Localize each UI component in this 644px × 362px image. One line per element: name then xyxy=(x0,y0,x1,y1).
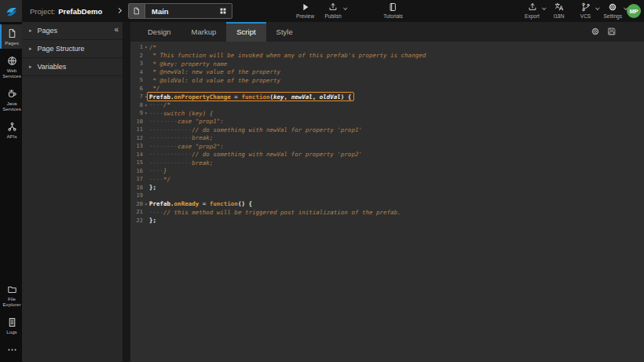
tab-style[interactable]: Style xyxy=(266,22,303,42)
gear-icon[interactable] xyxy=(591,27,600,36)
topbar-button-preview[interactable]: Preview xyxy=(296,2,314,19)
page-selector[interactable]: Main xyxy=(128,3,232,19)
code-line-18[interactable]: 18}; xyxy=(130,184,644,192)
topbar-button-vcs[interactable]: VCS xyxy=(577,2,595,19)
app-logo[interactable] xyxy=(0,0,22,22)
code-line-6[interactable]: 6 */ xyxy=(130,85,644,93)
code-line-16[interactable]: 16····} xyxy=(130,167,644,176)
code-line-9[interactable]: 9▾····switch (key) { xyxy=(130,109,644,118)
line-number: 1 xyxy=(130,44,143,50)
main-area: DesignMarkupScriptStyle 1▾/*2 * This fun… xyxy=(130,22,644,362)
code-token: switch (key) { xyxy=(163,110,213,117)
topbar-button-settings[interactable]: Settings xyxy=(604,2,623,19)
line-number: 2 xyxy=(130,53,143,59)
code-token: newVal xyxy=(291,93,313,101)
code-line-text: ········case "prop2": xyxy=(149,143,224,150)
chevron-down-icon xyxy=(595,5,599,9)
user-avatar[interactable]: MP xyxy=(627,4,641,18)
code-line-text: Prefab.onPropertyChange = function(key, … xyxy=(149,93,351,101)
tab-script[interactable]: Script xyxy=(226,22,265,42)
code-line-20[interactable]: 20▾Prefab.onReady = function() { xyxy=(130,200,644,209)
code-line-4[interactable]: 4 * @newVal: new value of the property xyxy=(130,68,644,77)
code-line-15[interactable]: 15············break; xyxy=(130,159,644,167)
code-line-text: ····*/ xyxy=(149,176,170,183)
globe-icon xyxy=(7,56,17,66)
tab-design[interactable]: Design xyxy=(137,22,181,42)
grid-icon xyxy=(219,7,227,15)
line-number: 5 xyxy=(130,77,143,83)
fold-toggle-icon[interactable]: ▾ xyxy=(143,200,149,209)
line-number: 22 xyxy=(130,218,143,224)
code-line-2[interactable]: 2 * This function will be invoked when a… xyxy=(130,52,644,60)
sidebar-section-page-structure[interactable]: ▸Page Structure xyxy=(22,40,123,58)
collapse-panel-button[interactable]: « xyxy=(114,25,119,34)
save-icon[interactable] xyxy=(607,27,617,36)
code-line-14[interactable]: 14············// do something with newVa… xyxy=(130,151,644,159)
line-number: 19 xyxy=(130,192,143,199)
line-number: 14 xyxy=(130,152,143,158)
code-line-5[interactable]: 5 * @oldVal: old value of the property xyxy=(130,76,644,85)
fold-toggle-icon[interactable]: ▾ xyxy=(143,101,149,110)
fold-toggle-icon[interactable]: ▾ xyxy=(143,93,149,101)
sidebar-section-variables[interactable]: ▸Variables xyxy=(22,58,123,76)
code-token: // do something with newVal for property… xyxy=(192,151,362,158)
rail-item-label: Logs xyxy=(6,329,16,335)
code-line-text: ············break; xyxy=(149,134,213,141)
code-token: ············ xyxy=(149,134,192,141)
line-number: 12 xyxy=(130,135,143,141)
code-line-3[interactable]: 3 * @key: property name xyxy=(130,60,644,68)
line-number: 7 xyxy=(130,93,143,100)
code-line-13[interactable]: 13········case "prop2": xyxy=(130,142,644,151)
line-number: 15 xyxy=(130,159,143,166)
code-line-21[interactable]: 21····// this method will be triggered p… xyxy=(130,208,644,217)
sidebar-section-label: Pages xyxy=(38,27,58,35)
sidebar-section-pages[interactable]: ▸Pages« xyxy=(22,22,123,40)
code-line-12[interactable]: 12············break; xyxy=(130,134,644,143)
code-line-1[interactable]: 1▾/* xyxy=(130,43,644,52)
code-editor[interactable]: 1▾/*2 * This function will be invoked wh… xyxy=(130,42,644,362)
line-number: 6 xyxy=(130,86,143,92)
topbar-button-publish[interactable]: Publish xyxy=(324,2,342,19)
project-label: Project: xyxy=(30,7,55,16)
code-line-11[interactable]: 11············// do something with newVa… xyxy=(130,126,644,134)
code-line-8[interactable]: 8▾····/* xyxy=(130,101,644,110)
code-token: onPropertyChange xyxy=(174,93,231,101)
topbar-button-tutorials[interactable]: Tutorials xyxy=(383,2,403,19)
code-token: () { xyxy=(238,200,252,207)
code-token: ············ xyxy=(149,151,192,158)
code-line-7[interactable]: 7▾Prefab.onPropertyChange = function(key… xyxy=(130,93,644,101)
fold-toggle-icon[interactable]: ▾ xyxy=(143,43,149,52)
rail-item-label: APIs xyxy=(6,133,16,139)
code-line-22[interactable]: 22}; xyxy=(130,217,644,225)
grid-view-button[interactable] xyxy=(214,7,232,15)
rail-item-web-services[interactable]: Web Services xyxy=(0,52,22,82)
rail-item-apis[interactable]: APIs xyxy=(0,118,22,142)
topbar-button-i18n[interactable]: I18N xyxy=(551,2,568,19)
tab-markup[interactable]: Markup xyxy=(181,22,227,42)
rail-item-logs[interactable]: Logs xyxy=(0,313,22,338)
code-line-17[interactable]: 17····*/ xyxy=(130,175,644,184)
line-number: 18 xyxy=(130,185,143,191)
code-token: * @oldVal: old value of the property xyxy=(149,77,280,84)
code-token: Prefab xyxy=(149,93,170,101)
code-line-10[interactable]: 10········case "prop1": xyxy=(130,118,644,126)
code-line-19[interactable]: 19 xyxy=(130,192,644,200)
line-number: 4 xyxy=(130,69,143,75)
code-token: * @key: property name xyxy=(149,60,227,68)
project-name: PrefabDemo xyxy=(58,7,102,16)
code-line-text: ····// this method will be triggered pos… xyxy=(149,209,401,216)
rail-item-pages[interactable]: Pages xyxy=(0,24,22,49)
rail-item-java-services[interactable]: Java Services xyxy=(0,85,22,115)
line-number: 16 xyxy=(130,168,143,174)
topbar-button-export[interactable]: Export xyxy=(524,2,541,19)
sidebar-section-label: Page Structure xyxy=(38,45,85,53)
folder-icon xyxy=(7,284,17,294)
topbar-button-label: Publish xyxy=(324,13,341,19)
rail-item-file-explorer[interactable]: File Explorer xyxy=(0,280,22,310)
code-line-text: * @key: property name xyxy=(149,60,227,68)
panel-splitter[interactable] xyxy=(123,22,130,362)
fold-toggle-icon[interactable]: ▾ xyxy=(143,109,149,118)
wavemaker-logo-icon xyxy=(5,5,18,18)
rail-item-more[interactable] xyxy=(0,341,22,358)
editor-tab-bar: DesignMarkupScriptStyle xyxy=(130,22,644,42)
